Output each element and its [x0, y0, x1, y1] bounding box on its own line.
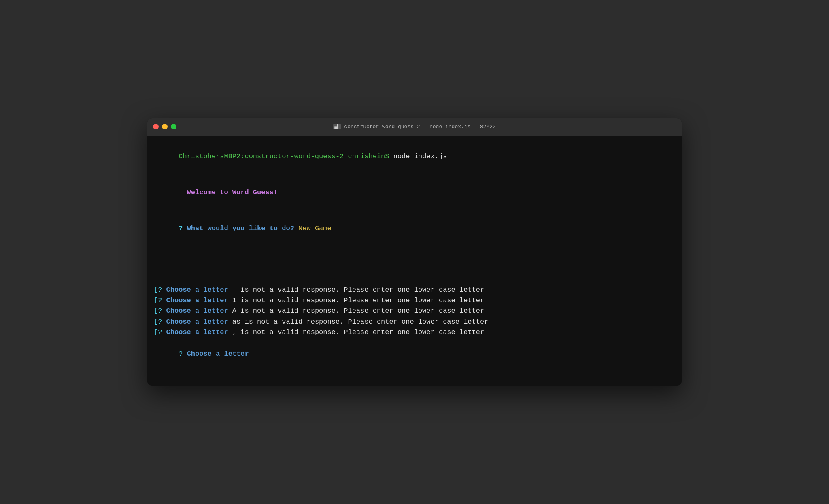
dashes-line: _ _ _ _ _ [154, 249, 675, 281]
bracket-q-1: [? [154, 286, 166, 294]
welcome-line: Welcome to Word Guess! [154, 177, 675, 209]
active-prompt-line[interactable]: ? Choose a letter [154, 338, 675, 370]
error-msg-3: A is not a valid response. Please enter … [228, 307, 485, 315]
question-answer: New Game [294, 224, 332, 232]
dashes: _ _ _ _ _ [179, 260, 216, 268]
error-msg-4: as is not a valid response. Please enter… [228, 318, 489, 326]
maximize-button[interactable] [171, 124, 176, 129]
question-line: ? What would you like to do? New Game [154, 213, 675, 245]
bracket-q-2: [? [154, 296, 166, 304]
active-question-mark: ? [179, 350, 187, 358]
error-msg-2: 1 is not a valid response. Please enter … [228, 296, 485, 304]
error-line-5: [? Choose a letter , is not a valid resp… [154, 327, 675, 338]
error-msg-5: , is not a valid response. Please enter … [228, 328, 485, 336]
error-line-3: [? Choose a letter A is not a valid resp… [154, 306, 675, 316]
error-line-4: [? Choose a letter as is not a valid res… [154, 317, 675, 327]
error-msg-1: is not a valid response. Please enter on… [228, 286, 485, 294]
traffic-lights [153, 124, 176, 129]
active-choose-label: Choose a letter [187, 350, 249, 358]
close-button[interactable] [153, 124, 159, 129]
minimize-button[interactable] [162, 124, 168, 129]
window-title: ▄▌ constructor-word-guess-2 — node index… [333, 124, 496, 130]
terminal-window: ▄▌ constructor-word-guess-2 — node index… [147, 118, 682, 386]
prompt-user-path: ChristohersMBP2:constructor-word-guess-2… [179, 152, 389, 160]
choose-label-3: Choose a letter [166, 307, 228, 315]
title-text: constructor-word-guess-2 — node index.js… [344, 124, 495, 130]
terminal-icon: ▄▌ [333, 124, 341, 129]
titlebar: ▄▌ constructor-word-guess-2 — node index… [147, 118, 682, 136]
question-text: What would you like to do? [187, 224, 294, 232]
error-line-2: [? Choose a letter 1 is not a valid resp… [154, 295, 675, 306]
bracket-q-3: [? [154, 307, 166, 315]
choose-label-2: Choose a letter [166, 296, 228, 304]
welcome-text: Welcome to Word Guess! [179, 188, 278, 196]
choose-label-5: Choose a letter [166, 328, 228, 336]
choose-label-1: Choose a letter [166, 286, 228, 294]
bracket-q-4: [? [154, 318, 166, 326]
bracket-q-5: [? [154, 328, 166, 336]
question-mark: ? [179, 224, 187, 232]
command-prompt-line: ChristohersMBP2:constructor-word-guess-2… [154, 141, 675, 173]
choose-label-4: Choose a letter [166, 318, 228, 326]
error-line-1: [? Choose a letter is not a valid respon… [154, 285, 675, 295]
terminal-body[interactable]: ChristohersMBP2:constructor-word-guess-2… [147, 136, 682, 386]
prompt-command: node index.js [389, 152, 447, 160]
